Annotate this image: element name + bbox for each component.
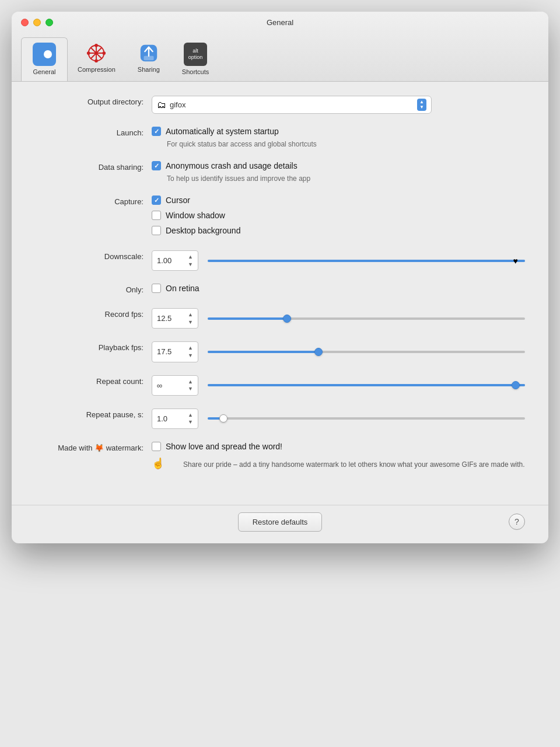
playback-fps-value: 17.5 xyxy=(157,347,172,356)
record-fps-input[interactable]: 12.5 ▲ ▼ xyxy=(152,308,198,329)
content-area: Output directory: 🗂 gifox ▲ ▼ Launch: Au… xyxy=(12,82,548,500)
downscale-slider-thumb[interactable]: ♥ xyxy=(511,256,520,266)
output-directory-row: Output directory: 🗂 gifox ▲ ▼ xyxy=(35,96,525,114)
repeat-pause-row: Repeat pause, s: 1.0 ▲ ▼ xyxy=(35,409,525,429)
directory-value: gifox xyxy=(170,100,414,109)
tab-compression[interactable]: Compression xyxy=(68,37,125,81)
downscale-input[interactable]: 1.00 ▲ ▼ xyxy=(152,250,198,271)
capture-control: Cursor Window shadow Desktop background xyxy=(152,196,525,238)
downscale-stepper[interactable]: ▲ ▼ xyxy=(188,253,193,268)
data-sharing-label: Data sharing: xyxy=(35,161,152,172)
capture-row: Capture: Cursor Window shadow Desktop ba… xyxy=(35,196,525,238)
general-icon xyxy=(33,43,56,66)
launch-control: Automatically at system startup For quic… xyxy=(152,127,525,148)
launch-checkbox-label: Automatically at system startup xyxy=(166,127,279,136)
playback-fps-slider-fill xyxy=(208,351,318,353)
directory-stepper[interactable]: ▲ ▼ xyxy=(417,99,426,111)
record-fps-label: Record fps: xyxy=(35,308,152,319)
repeat-pause-value: 1.0 xyxy=(157,414,167,423)
toggle-icon xyxy=(35,48,54,60)
record-fps-stepper[interactable]: ▲ ▼ xyxy=(188,311,193,326)
watermark-checkbox-label: Show love and spread the word! xyxy=(166,442,282,451)
tab-sharing-label: Sharing xyxy=(138,66,160,73)
downscale-up-icon: ▲ xyxy=(188,253,193,261)
data-sharing-control: Anonymous crash and usage details To hel… xyxy=(152,161,525,183)
playback-fps-input-group: 17.5 ▲ ▼ xyxy=(152,341,525,362)
data-sharing-checkbox-row: Anonymous crash and usage details xyxy=(152,161,525,170)
repeat-pause-stepper[interactable]: ▲ ▼ xyxy=(188,411,193,426)
only-checkbox-label: On retina xyxy=(166,284,200,293)
only-checkbox-row: On retina xyxy=(152,284,525,293)
playback-fps-input[interactable]: 17.5 ▲ ▼ xyxy=(152,341,198,362)
capture-shadow-label: Window shadow xyxy=(166,211,225,220)
capture-shadow-checkbox[interactable] xyxy=(152,211,161,220)
launch-checkbox[interactable] xyxy=(152,127,161,136)
tab-shortcuts-label: Shortcuts xyxy=(182,68,209,75)
launch-row: Launch: Automatically at system startup … xyxy=(35,127,525,148)
watermark-label-text: Made with 🦊 watermark: xyxy=(58,444,144,452)
record-fps-control: 12.5 ▲ ▼ xyxy=(152,308,525,329)
tab-sharing[interactable]: Sharing xyxy=(125,37,172,81)
playback-fps-up-icon: ▲ xyxy=(188,344,193,352)
repeat-count-down-icon: ▼ xyxy=(188,385,193,393)
svg-point-9 xyxy=(103,51,106,55)
repeat-pause-slider[interactable] xyxy=(208,417,525,420)
capture-desktop-row: Desktop background xyxy=(152,226,525,235)
tab-shortcuts[interactable]: alt option Shortcuts xyxy=(172,37,219,81)
record-fps-slider-thumb[interactable] xyxy=(283,315,291,323)
repeat-count-row: Repeat count: ∞ ▲ ▼ xyxy=(35,375,525,396)
record-fps-down-icon: ▼ xyxy=(188,319,193,326)
maximize-button[interactable] xyxy=(46,19,53,26)
watermark-finger-icon: ☝️ xyxy=(152,457,164,470)
only-checkbox[interactable] xyxy=(152,284,161,293)
repeat-count-label: Repeat count: xyxy=(35,375,152,386)
repeat-pause-up-icon: ▲ xyxy=(188,411,193,419)
minimize-button[interactable] xyxy=(33,19,41,26)
capture-shadow-row: Window shadow xyxy=(152,211,525,220)
repeat-pause-slider-thumb[interactable] xyxy=(219,414,228,423)
repeat-count-slider[interactable] xyxy=(208,384,525,386)
repeat-count-slider-fill xyxy=(208,384,525,386)
record-fps-slider[interactable] xyxy=(208,317,525,320)
downscale-down-icon: ▼ xyxy=(188,261,193,268)
svg-point-6 xyxy=(95,44,99,47)
title-bar: General General xyxy=(12,12,548,82)
downscale-slider-track: ♥ xyxy=(208,260,525,262)
launch-label: Launch: xyxy=(35,127,152,137)
watermark-checkbox[interactable] xyxy=(152,442,161,451)
close-button[interactable] xyxy=(21,19,29,26)
tab-general[interactable]: General xyxy=(21,37,68,81)
downscale-label: Downscale: xyxy=(35,250,152,261)
record-fps-row: Record fps: 12.5 ▲ ▼ xyxy=(35,308,525,329)
directory-dropdown[interactable]: 🗂 gifox ▲ ▼ xyxy=(152,96,432,114)
downscale-input-group: 1.00 ▲ ▼ ♥ xyxy=(152,250,525,271)
record-fps-input-group: 12.5 ▲ ▼ xyxy=(152,308,525,329)
downscale-slider[interactable]: ♥ xyxy=(208,260,525,262)
svg-point-8 xyxy=(87,51,90,55)
repeat-count-up-icon: ▲ xyxy=(188,378,193,386)
repeat-count-input[interactable]: ∞ ▲ ▼ xyxy=(152,375,198,396)
playback-fps-stepper[interactable]: ▲ ▼ xyxy=(188,344,193,359)
record-fps-up-icon: ▲ xyxy=(188,311,193,319)
only-label: Only: xyxy=(35,284,152,294)
svg-rect-11 xyxy=(144,56,153,61)
data-sharing-checkbox[interactable] xyxy=(152,161,161,170)
playback-fps-slider-thumb[interactable] xyxy=(314,348,323,356)
repeat-pause-input[interactable]: 1.0 ▲ ▼ xyxy=(152,409,198,429)
capture-cursor-checkbox[interactable] xyxy=(152,196,161,205)
svg-point-7 xyxy=(95,59,99,62)
playback-fps-control: 17.5 ▲ ▼ xyxy=(152,341,525,362)
tab-compression-label: Compression xyxy=(78,66,116,73)
watermark-subtext: Share our pride – add a tiny handsome wa… xyxy=(183,459,525,470)
restore-defaults-button[interactable]: Restore defaults xyxy=(238,512,323,532)
repeat-pause-slider-track xyxy=(208,417,525,420)
help-button[interactable]: ? xyxy=(509,514,525,530)
stepper-down-icon: ▼ xyxy=(419,105,424,110)
repeat-count-stepper[interactable]: ▲ ▼ xyxy=(188,378,193,393)
playback-fps-slider[interactable] xyxy=(208,351,525,353)
only-row: Only: On retina xyxy=(35,284,525,295)
repeat-count-slider-thumb[interactable] xyxy=(512,381,520,389)
capture-desktop-checkbox[interactable] xyxy=(152,226,161,235)
capture-desktop-label: Desktop background xyxy=(166,226,240,235)
downscale-row: Downscale: 1.00 ▲ ▼ ♥ xyxy=(35,250,525,271)
